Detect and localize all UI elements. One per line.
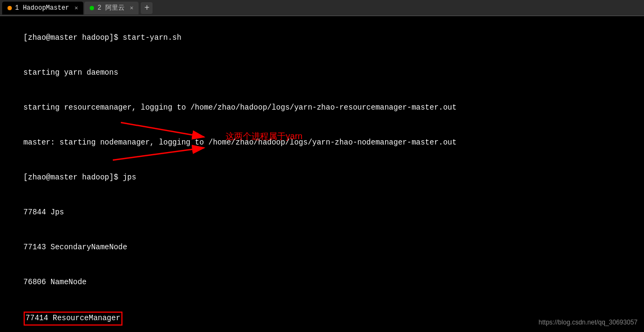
line-5-text: [zhao@master hadoop]$ jps: [24, 173, 136, 182]
terminal-line-4: master: starting nodemanager, logging to…: [5, 125, 639, 160]
tab-add-icon: +: [144, 3, 150, 13]
terminal-line-3: starting resourcemanager, logging to /ho…: [5, 90, 639, 125]
line-7-text: 77143 SecondaryNameNode: [24, 243, 127, 251]
tab-add-button[interactable]: +: [141, 2, 153, 14]
tab-hadoopmaster[interactable]: 1 HadoopMaster ✕: [2, 2, 83, 15]
line-6-text: 77844 Jps: [24, 208, 64, 216]
line-4-text: master: starting nodemanager, logging to…: [24, 138, 457, 147]
tab-close-2[interactable]: ✕: [130, 4, 134, 11]
terminal-line-6: 77844 Jps: [5, 195, 639, 230]
line-2-text: starting yarn daemons: [24, 68, 118, 77]
terminal: [zhao@master hadoop]$ start-yarn.sh star…: [0, 16, 644, 332]
tab-dot-orange: [8, 6, 12, 10]
terminal-line-7: 77143 SecondaryNameNode: [5, 230, 639, 265]
line-8-text: 76806 NameNode: [24, 278, 87, 286]
terminal-line-2: starting yarn daemons: [5, 55, 639, 90]
resource-manager-highlight: 77414 ResourceManager: [24, 312, 122, 326]
tab-dot-green: [90, 6, 94, 10]
tab-aliyun[interactable]: 2 阿里云 ✕: [84, 2, 139, 15]
tab-close-1[interactable]: ✕: [75, 4, 78, 11]
terminal-line-8: 76806 NameNode: [5, 265, 639, 300]
line-1-text: [zhao@master hadoop]$ start-yarn.sh: [24, 33, 182, 42]
watermark: https://blog.csdn.net/qq_30693057: [539, 317, 638, 328]
tab-label-1: 1 HadoopMaster: [15, 4, 69, 12]
tab-bar: 1 HadoopMaster ✕ 2 阿里云 ✕ +: [0, 0, 644, 16]
line-3-text: starting resourcemanager, logging to /ho…: [24, 103, 457, 112]
tab-label-2: 2 阿里云: [97, 3, 124, 12]
terminal-line-1: [zhao@master hadoop]$ start-yarn.sh: [5, 20, 639, 55]
terminal-line-5: [zhao@master hadoop]$ jps: [5, 160, 639, 195]
